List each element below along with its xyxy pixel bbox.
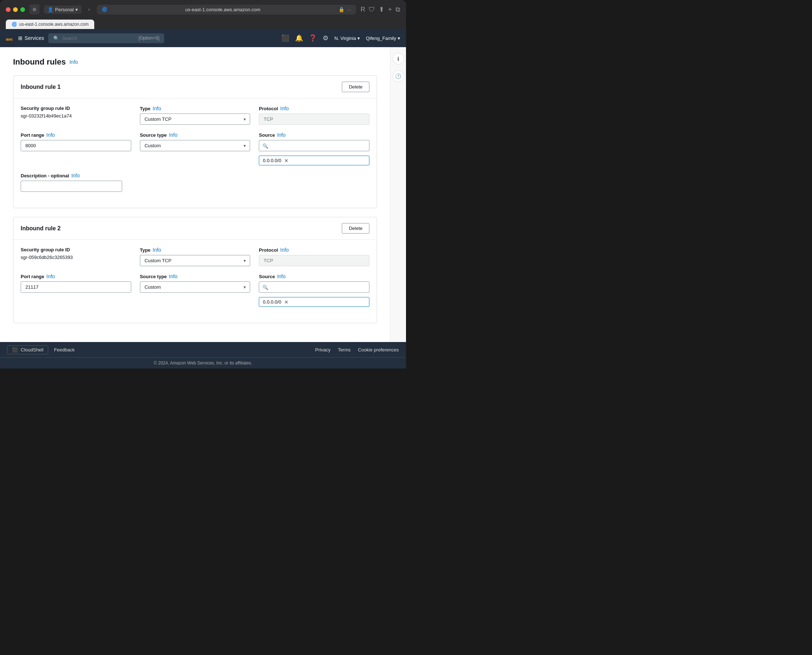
privacy-link[interactable]: Privacy xyxy=(315,347,331,352)
type-group: Type Info Custom TCP Custom UDP All TCP … xyxy=(140,106,250,125)
rule-2-delete-button[interactable]: Delete xyxy=(342,223,369,234)
rule-1-delete-button[interactable]: Delete xyxy=(342,81,369,92)
type-info-link[interactable]: Info xyxy=(153,106,161,111)
type-label: Type xyxy=(140,106,150,111)
type-select-2[interactable]: Custom TCP Custom UDP All TCP All UDP HT… xyxy=(140,255,250,266)
services-label: Services xyxy=(25,35,44,41)
footer-bar: ⬛ CloudShell Feedback Privacy Terms Cook… xyxy=(0,342,406,357)
rule-2-row-1: Security group rule ID sgr-059c6db26c326… xyxy=(21,247,369,266)
type-info-link-2[interactable]: Info xyxy=(153,247,161,253)
cloudshell-icon: ⬛ xyxy=(12,347,18,352)
protocol-info-link[interactable]: Info xyxy=(280,106,289,111)
minimize-button[interactable] xyxy=(13,7,18,12)
description-input[interactable] xyxy=(21,181,122,192)
terms-link[interactable]: Terms xyxy=(338,347,350,352)
content-area: Inbound rules Info Inbound rule 1 Delete… xyxy=(0,47,390,342)
inbound-rule-1-card: Inbound rule 1 Delete Security group rul… xyxy=(13,75,377,208)
source-type-select[interactable]: Custom Anywhere-IPv4 Anywhere-IPv6 My IP xyxy=(140,140,250,151)
close-button[interactable] xyxy=(6,7,11,12)
info-side-button[interactable]: ℹ xyxy=(393,53,404,65)
protocol-info-link-2[interactable]: Info xyxy=(280,247,289,253)
url-bar[interactable]: 🌀 us-east-1.console.aws.amazon.com 🔒 ··· xyxy=(97,5,356,14)
region-label: N. Virginia xyxy=(334,35,356,41)
cookie-link[interactable]: Cookie preferences xyxy=(358,347,399,352)
bell-icon[interactable]: 🔔 xyxy=(295,34,303,42)
source-group: Source Info 🔍 0.0.0.0/0 ✕ xyxy=(259,132,369,165)
titlebar: ⊞ 👤 Personal ▾ ‹ 🌀 us-east-1.console.aws… xyxy=(6,5,400,18)
cidr-remove-button-1[interactable]: ✕ xyxy=(284,158,289,163)
maximize-button[interactable] xyxy=(20,7,25,12)
search-shortcut: [Option+S] xyxy=(138,35,159,41)
source-type-select-2[interactable]: Custom Anywhere-IPv4 Anywhere-IPv6 My IP xyxy=(140,281,250,293)
type-select-wrap-2: Custom TCP Custom UDP All TCP All UDP HT… xyxy=(140,255,250,266)
browser-actions: R 🛡 ⬆ + ⧉ xyxy=(360,5,400,14)
chevron-down-icon: ▾ xyxy=(75,7,78,12)
footer-links: Privacy Terms Cookie preferences xyxy=(315,347,399,352)
aws-logo[interactable]: aws xyxy=(6,34,12,42)
description-info-link[interactable]: Info xyxy=(71,173,80,178)
source-search-wrap-2: 🔍 xyxy=(259,281,369,293)
back-button[interactable]: ‹ xyxy=(86,5,92,14)
cidr-tag-1: 0.0.0.0/0 ✕ xyxy=(259,155,369,165)
more-icon: ··· xyxy=(347,7,351,12)
protocol-input xyxy=(259,114,369,125)
services-button[interactable]: ⊞ Services xyxy=(18,35,44,41)
account-selector[interactable]: Qifeng_Family ▾ xyxy=(366,35,400,41)
search-icon: 🔍 xyxy=(53,35,59,41)
sidebar-toggle[interactable]: ⊞ xyxy=(29,5,40,14)
history-side-button[interactable]: 🕐 xyxy=(393,70,404,82)
side-toolbar: ℹ 🕐 xyxy=(390,47,406,342)
shield-icon[interactable]: 🛡 xyxy=(369,6,375,14)
port-range-input-2[interactable] xyxy=(21,281,131,293)
new-tab-icon[interactable]: + xyxy=(388,6,392,14)
tab-title: us-east-1.console.aws.amazon.com xyxy=(19,22,89,27)
search-bar[interactable]: 🔍 [Option+S] xyxy=(48,33,164,43)
inbound-rules-info-link[interactable]: Info xyxy=(69,59,78,65)
active-tab[interactable]: 🌀 us-east-1.console.aws.amazon.com xyxy=(6,20,94,29)
port-range-group: Port range Info xyxy=(21,132,131,165)
raindrop-icon[interactable]: R xyxy=(360,6,365,14)
protocol-label-row-2: Protocol Info xyxy=(259,247,369,253)
source-type-group: Source type Info Custom Anywhere-IPv4 An… xyxy=(140,132,250,165)
type-select-wrap: Custom TCP Custom UDP All TCP All UDP HT… xyxy=(140,114,250,125)
account-label: Qifeng_Family xyxy=(366,35,396,41)
window-icon[interactable]: ⧉ xyxy=(396,6,400,14)
cidr-remove-button-2[interactable]: ✕ xyxy=(284,300,289,304)
source-search-wrap: 🔍 xyxy=(259,140,369,151)
profile-button[interactable]: 👤 Personal ▾ xyxy=(44,5,81,14)
region-selector[interactable]: N. Virginia ▾ xyxy=(334,35,360,41)
type-select[interactable]: Custom TCP Custom UDP All TCP All UDP HT… xyxy=(140,114,250,125)
rule-1-body: Security group rule ID sgr-03232f14b49ec… xyxy=(14,98,377,208)
port-range-info-link-2[interactable]: Info xyxy=(46,274,55,279)
feedback-button[interactable]: Feedback xyxy=(54,347,75,352)
rule-2-title: Inbound rule 2 xyxy=(21,225,61,232)
type-group-2: Type Info Custom TCP Custom UDP All TCP … xyxy=(140,247,250,266)
port-range-info-link[interactable]: Info xyxy=(46,132,55,138)
aws-logo-text: aws xyxy=(6,37,12,42)
type-label-2: Type xyxy=(140,248,150,253)
settings-icon[interactable]: ⚙ xyxy=(322,34,328,42)
cloudshell-nav-icon[interactable]: ⬛ xyxy=(281,34,289,42)
source-search-input-2[interactable] xyxy=(259,281,369,293)
source-type-info-link[interactable]: Info xyxy=(169,132,177,138)
protocol-label-2: Protocol xyxy=(259,248,278,253)
share-icon[interactable]: ⬆ xyxy=(379,5,384,14)
source-search-input[interactable] xyxy=(259,140,369,151)
source-info-link[interactable]: Info xyxy=(277,132,285,138)
type-label-row-2: Type Info xyxy=(140,247,250,253)
tabs-bar: 🌀 us-east-1.console.aws.amazon.com xyxy=(6,18,400,29)
source-info-link-2[interactable]: Info xyxy=(277,274,285,279)
browser-chrome: ⊞ 👤 Personal ▾ ‹ 🌀 us-east-1.console.aws… xyxy=(0,0,406,29)
port-range-input[interactable] xyxy=(21,140,131,151)
cloudshell-button[interactable]: ⬛ CloudShell xyxy=(7,345,48,354)
cidr-value-2: 0.0.0.0/0 xyxy=(263,299,281,304)
source-type-label-row: Source type Info xyxy=(140,132,250,138)
search-input[interactable] xyxy=(62,35,135,41)
cidr-value-1: 0.0.0.0/0 xyxy=(263,158,281,163)
source-search-icon: 🔍 xyxy=(262,143,268,148)
port-range-label-2: Port range xyxy=(21,274,44,279)
source-type-info-link-2[interactable]: Info xyxy=(169,274,177,279)
tab-favicon: 🌀 xyxy=(12,22,17,27)
sg-rule-id-value: sgr-03232f14b49ec1a74 xyxy=(21,113,131,118)
help-icon[interactable]: ❓ xyxy=(309,34,317,42)
